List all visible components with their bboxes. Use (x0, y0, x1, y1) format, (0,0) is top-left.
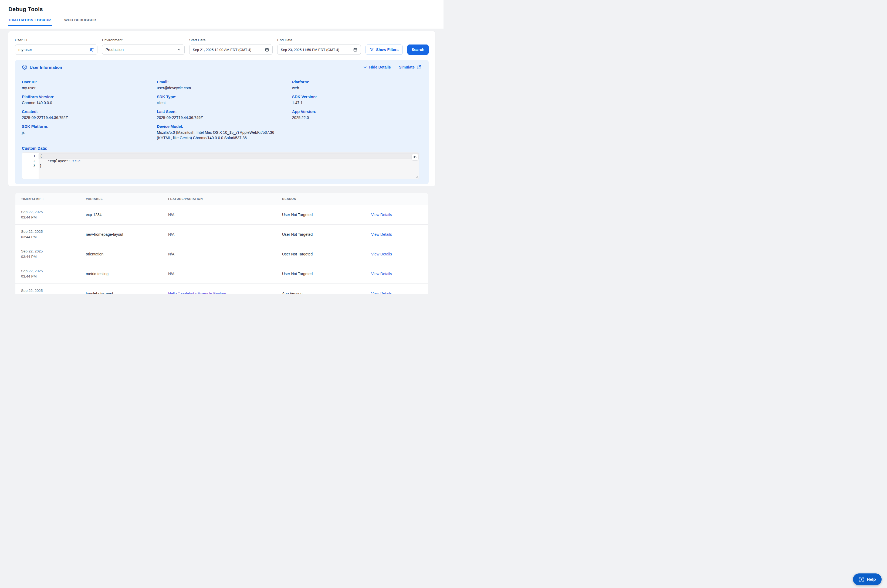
tab-bar: EVALUATION LOOKUP WEB DEBUGGER (8, 18, 444, 26)
view-details-link[interactable]: View Details (371, 252, 392, 256)
user-id-value: my-user (18, 48, 89, 52)
end-date-label: End Date (277, 38, 361, 43)
start-date-value: Sep 21, 2025 12:00 AM EDT (GMT-4) (193, 48, 265, 52)
header-actions (371, 193, 428, 205)
code-gutter: 1 2 3 (22, 153, 39, 179)
info-field-platform-version: Platform Version: Chrome 140.0.0.0 (22, 94, 157, 105)
filters-row: User ID my-user Environment Production (15, 38, 428, 55)
info-field-last-seen: Last Seen: 2025-09-22T19:44:36.749Z (157, 109, 292, 120)
user-info-grid: User ID: my-user Email: user@devcycle.co… (22, 80, 421, 141)
header-timestamp[interactable]: TIMESTAMP↓ (15, 193, 86, 205)
show-filters-button[interactable]: Show Filters (365, 45, 403, 55)
timestamp-cell: Sep 22, 202503:44 PM (21, 268, 86, 279)
end-date-field: End Date Sep 23, 2025 11:59 PM EDT (GMT-… (277, 38, 361, 55)
info-field-device-model: Device Model: Mozilla/5.0 (Macintosh; In… (157, 124, 292, 141)
copy-button[interactable] (412, 154, 418, 160)
chevron-down-icon (177, 48, 181, 51)
panel-title: User Information (30, 65, 62, 70)
reason-cell: User Not Targeted (282, 264, 371, 284)
simulate-label: Simulate (399, 65, 415, 69)
info-field-platform: Platform: web (292, 80, 421, 91)
code-line-3: } (39, 164, 419, 168)
search-label: Search (412, 48, 424, 52)
filter-funnel-icon (370, 48, 374, 52)
table-header-row: TIMESTAMP↓ VARIABLE FEATURE/VARIATION RE… (15, 193, 428, 205)
user-circle-icon (22, 64, 27, 70)
table-row: Sep 22, 202503:44 PM togglebot-speed Hel… (15, 284, 428, 294)
add-user-icon[interactable] (89, 48, 94, 52)
variable-cell: new-homepage-layout (86, 224, 168, 244)
info-field-created: Created: 2025-09-22T19:44:36.752Z (22, 109, 157, 120)
feature-cell: N/A (168, 264, 282, 284)
show-filters-label: Show Filters (376, 48, 398, 52)
search-button[interactable]: Search (407, 45, 428, 55)
info-field-sdk-platform: SDK Platform: js (22, 124, 157, 141)
table-row: Sep 22, 202503:44 PM orientation N/A Use… (15, 244, 428, 264)
reason-cell: App Version (282, 284, 371, 294)
variable-cell: togglebot-speed (86, 284, 168, 294)
sort-descending-icon[interactable]: ↓ (42, 197, 44, 201)
external-link-icon (417, 65, 421, 69)
evaluations-table-card: TIMESTAMP↓ VARIABLE FEATURE/VARIATION RE… (15, 193, 428, 294)
code-line-2: "employee":true (39, 159, 419, 164)
environment-value: Production (105, 48, 177, 52)
start-date-input[interactable]: Sep 21, 2025 12:00 AM EDT (GMT-4) (189, 45, 273, 55)
evaluations-table: TIMESTAMP↓ VARIABLE FEATURE/VARIATION RE… (15, 193, 428, 294)
calendar-icon[interactable] (353, 48, 358, 52)
simulate-button[interactable]: Simulate (399, 65, 421, 69)
info-field-user-id: User ID: my-user (22, 80, 157, 91)
end-date-input[interactable]: Sep 23, 2025 11:59 PM EDT (GMT-4) (277, 45, 361, 55)
reason-cell: User Not Targeted (282, 224, 371, 244)
calendar-icon[interactable] (265, 48, 269, 52)
user-id-label: User ID (15, 38, 98, 43)
variable-cell: exp-1234 (86, 205, 168, 224)
environment-select[interactable]: Production (102, 45, 185, 55)
feature-link[interactable]: Hello Togglebot - Example Feature (168, 291, 226, 294)
hide-details-label: Hide Details (369, 65, 391, 69)
custom-data-editor[interactable]: 1 2 3 { "employee":true } (22, 152, 419, 179)
info-field-sdk-version: SDK Version: 1.47.1 (292, 94, 421, 105)
code-lines: { "employee":true } (39, 153, 419, 168)
tab-web-debugger[interactable]: WEB DEBUGGER (63, 18, 98, 26)
table-row: Sep 22, 202503:44 PM metric-testing N/A … (15, 264, 428, 284)
tab-evaluation-lookup[interactable]: EVALUATION LOOKUP (8, 18, 52, 26)
hide-details-button[interactable]: Hide Details (363, 65, 391, 69)
timestamp-cell: Sep 22, 202503:44 PM (21, 288, 86, 294)
header-feature-variation: FEATURE/VARIATION (168, 193, 282, 205)
environment-field: Environment Production (102, 38, 185, 55)
timestamp-cell: Sep 22, 202503:44 PM (21, 249, 86, 260)
variable-cell: metric-testing (86, 264, 168, 284)
table-row: Sep 22, 202503:44 PM new-homepage-layout… (15, 224, 428, 244)
view-details-link[interactable]: View Details (371, 232, 392, 237)
end-date-value: Sep 23, 2025 11:59 PM EDT (GMT-4) (281, 48, 353, 52)
copy-icon (413, 155, 417, 159)
timestamp-cell: Sep 22, 202503:44 PM (21, 229, 86, 240)
user-id-field: User ID my-user (15, 38, 98, 55)
custom-data-label: Custom Data: (22, 146, 421, 151)
reason-cell: User Not Targeted (282, 205, 371, 224)
user-id-input[interactable]: my-user (15, 45, 98, 55)
timestamp-cell: Sep 22, 202503:44 PM (21, 209, 86, 220)
feature-cell: N/A (168, 205, 282, 224)
top-bar: Debug Tools EVALUATION LOOKUP WEB DEBUGG… (0, 0, 444, 28)
reason-cell: User Not Targeted (282, 244, 371, 264)
feature-cell: N/A (168, 224, 282, 244)
resize-handle-icon[interactable] (416, 176, 418, 178)
header-reason: REASON (282, 193, 371, 205)
user-information-panel: User Information Hide Details Simulate (15, 60, 428, 184)
evaluation-lookup-card: User ID my-user Environment Production (8, 31, 435, 186)
start-date-label: Start Date (189, 38, 273, 43)
info-field-email: Email: user@devcycle.com (157, 80, 292, 91)
view-details-link[interactable]: View Details (371, 213, 392, 217)
code-line-1: { (39, 154, 419, 159)
variable-cell: orientation (86, 244, 168, 264)
view-details-link[interactable]: View Details (371, 272, 392, 276)
chevron-down-icon (363, 65, 367, 69)
info-field-sdk-type: SDK Type: client (157, 94, 292, 105)
feature-cell: N/A (168, 244, 282, 264)
view-details-link[interactable]: View Details (371, 291, 392, 294)
page-title: Debug Tools (8, 0, 444, 12)
page-content: User ID my-user Environment Production (0, 31, 444, 294)
environment-label: Environment (102, 38, 185, 43)
info-field-app-version: App Version: 2025.22.0 (292, 109, 421, 120)
